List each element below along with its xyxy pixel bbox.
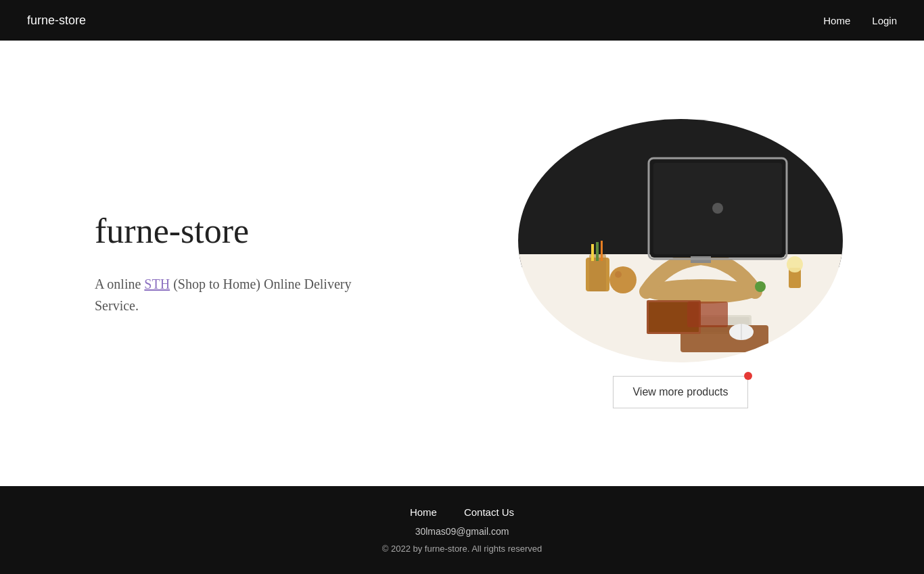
svg-point-20 [609,266,637,293]
header-nav: Home Login [823,15,897,26]
svg-point-5 [712,203,723,214]
hero-description: A online STH (Shop to Home) Online Deliv… [95,273,365,316]
sth-link[interactable]: STH [144,277,170,291]
svg-point-24 [755,281,766,292]
svg-rect-25 [687,302,728,327]
svg-point-21 [615,271,622,278]
svg-rect-18 [596,242,599,261]
footer-email: 30lmas09@gmail.com [27,526,897,537]
svg-rect-19 [601,241,603,261]
red-dot [744,372,752,380]
hero-brand: furne-store [95,210,365,252]
svg-rect-17 [591,244,594,261]
hero-right: View more products [518,119,843,408]
site-footer: Home Contact Us 30lmas09@gmail.com © 202… [0,486,924,574]
view-more-products-button[interactable]: View more products [613,376,747,408]
description-prefix: A online [95,277,144,291]
site-header: furne-store Home Login [0,0,924,41]
hero-image [518,119,843,362]
hero-left: furne-store A online STH (Shop to Home) … [95,210,365,316]
hero-section: furne-store A online STH (Shop to Home) … [0,41,924,486]
nav-home-link[interactable]: Home [823,15,850,26]
view-more-wrapper: View more products [613,376,747,408]
footer-home-link[interactable]: Home [410,506,437,518]
header-logo: furne-store [27,14,86,28]
footer-copyright: © 2022 by furne-store. All rights reserv… [27,544,897,554]
desk-scene-svg [518,119,843,362]
svg-point-23 [787,256,803,272]
footer-nav: Home Contact Us [27,506,897,518]
nav-login-link[interactable]: Login [872,15,897,26]
footer-contact-link[interactable]: Contact Us [464,506,514,518]
